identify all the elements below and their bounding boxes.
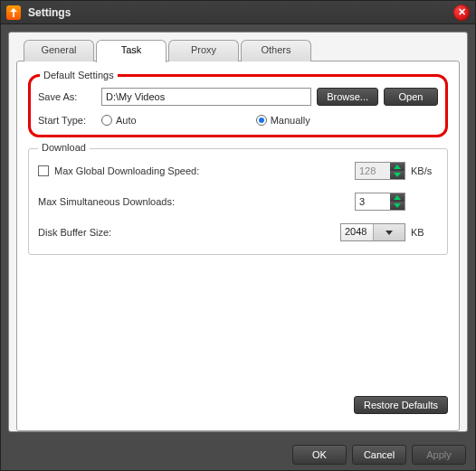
tab-bar: General Task Proxy Others xyxy=(16,40,460,61)
spinner-max-global-up[interactable] xyxy=(390,163,405,171)
unit-buffer: KB xyxy=(411,227,438,238)
tab-general[interactable]: General xyxy=(24,40,94,61)
app-icon xyxy=(6,5,21,20)
label-max-sim: Max Simultaneous Downloads: xyxy=(38,196,355,207)
spinner-max-sim-input[interactable] xyxy=(356,193,390,210)
tab-panel-task: Default Settings Save As: Browse... Open… xyxy=(16,61,460,431)
client-area: General Task Proxy Others Default Settin… xyxy=(8,32,468,432)
chevron-down-icon[interactable] xyxy=(373,224,405,240)
close-icon[interactable]: ✕ xyxy=(453,5,470,21)
window-title: Settings xyxy=(28,6,453,19)
apply-button: Apply xyxy=(412,445,466,465)
radio-manually-label: Manually xyxy=(271,115,310,126)
checkbox-max-global[interactable] xyxy=(38,165,49,176)
legend-default-settings: Default Settings xyxy=(40,70,118,80)
tab-others[interactable]: Others xyxy=(241,40,311,61)
radio-auto-label: Auto xyxy=(116,115,137,126)
checkbox-max-global-box xyxy=(38,165,49,176)
group-default-settings: Default Settings Save As: Browse... Open… xyxy=(28,74,448,137)
spinner-max-global[interactable] xyxy=(355,162,405,180)
spinner-max-global-input xyxy=(356,163,390,179)
settings-window: Settings ✕ General Task Proxy Others Def… xyxy=(0,0,476,471)
unit-max-global: KB/s xyxy=(411,165,438,176)
combo-buffer[interactable]: 2048 xyxy=(340,223,405,241)
legend-download: Download xyxy=(38,142,90,153)
open-button[interactable]: Open xyxy=(384,88,438,106)
ok-button[interactable]: OK xyxy=(292,445,347,465)
label-save-as: Save As: xyxy=(38,91,96,102)
radio-manually[interactable]: Manually xyxy=(256,115,310,126)
titlebar: Settings ✕ xyxy=(1,1,475,24)
save-as-input[interactable] xyxy=(101,88,311,106)
browse-button[interactable]: Browse... xyxy=(317,88,378,106)
combo-buffer-value: 2048 xyxy=(341,224,373,240)
label-max-global: Max Global Downloading Speed: xyxy=(54,165,355,176)
restore-defaults-button[interactable]: Restore Defaults xyxy=(354,396,448,414)
spinner-max-sim[interactable] xyxy=(355,193,405,211)
cancel-button[interactable]: Cancel xyxy=(352,445,406,465)
spinner-max-sim-down[interactable] xyxy=(390,202,405,210)
tab-proxy[interactable]: Proxy xyxy=(168,40,239,61)
radio-auto-indicator xyxy=(101,115,112,126)
radio-auto[interactable]: Auto xyxy=(101,115,137,126)
group-download: Download Max Global Downloading Speed: K… xyxy=(28,148,448,255)
label-buffer: Disk Buffer Size: xyxy=(38,227,340,238)
dialog-button-bar: OK Cancel Apply xyxy=(1,439,475,470)
label-start-type: Start Type: xyxy=(38,115,96,126)
spinner-max-sim-up[interactable] xyxy=(390,193,405,202)
tab-task[interactable]: Task xyxy=(96,40,167,62)
radio-manually-indicator xyxy=(256,115,267,126)
spinner-max-global-down[interactable] xyxy=(390,171,405,179)
